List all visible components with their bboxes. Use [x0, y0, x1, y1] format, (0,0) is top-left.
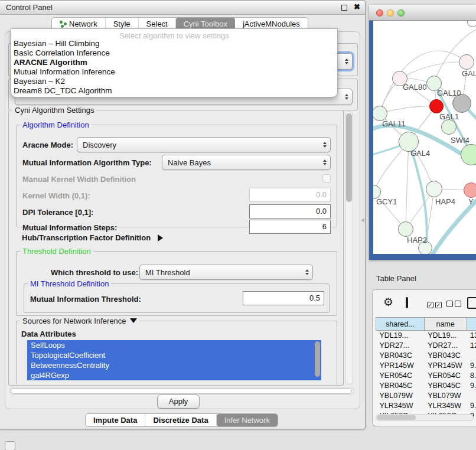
node-label: GAL	[462, 69, 476, 78]
cyni-settings-title: Cyni Algorithm Settings	[12, 106, 96, 115]
control-panel-title: Control Panel	[6, 1, 53, 15]
node-gal1[interactable]	[441, 119, 457, 135]
mi-threshold-label: Mutual Information Threshold:	[30, 295, 141, 304]
combo-arrows-icon	[323, 159, 327, 165]
sources-title-text: Sources for Network Inference	[22, 317, 126, 325]
node-gal-top[interactable]	[459, 54, 474, 70]
tab-impute-data[interactable]: Impute Data	[86, 414, 145, 426]
node-hap4[interactable]	[426, 181, 442, 197]
mi-steps-label: Mutual Information Steps:	[22, 223, 117, 232]
close-panel-icon[interactable]: ✖	[354, 2, 360, 11]
node-label: GAL10	[437, 89, 461, 97]
combo-arrows-icon	[345, 58, 348, 64]
algorithm-definition-groupbox: Algorithm Definition Aracne Mode: Discov…	[16, 125, 337, 227]
dpi-tolerance-label: DPI Tolerance [0,1]:	[22, 208, 93, 217]
column-visibility-icon[interactable]	[406, 297, 408, 308]
node-label: HAP4	[435, 197, 455, 206]
select-all-checkboxes-icon[interactable]: ✓✓	[427, 300, 444, 309]
export-table-icon[interactable]	[467, 297, 476, 309]
table-row[interactable]: YBR045CYBR045C9.	[376, 381, 476, 391]
attribute-item-topological[interactable]: TopologicalCoefficient	[27, 350, 321, 360]
dpi-tolerance-input[interactable]: 0.0	[249, 204, 331, 219]
apply-button[interactable]: Apply	[157, 394, 200, 409]
algorithm-option-basic-correlation[interactable]: Basic Correlation Inference	[11, 48, 337, 58]
settings-vertical-scrollbar-thumb[interactable]	[346, 113, 352, 202]
cyni-algorithm-settings-groupbox: Cyni Algorithm Settings Algorithm Defini…	[8, 110, 344, 386]
algorithm-option-bayesian-k2[interactable]: Bayesian – K2	[11, 77, 337, 86]
manual-kernel-width-checkbox[interactable]	[322, 174, 331, 182]
table-horizontal-scrollbar-thumb[interactable]	[377, 415, 416, 420]
table-horizontal-scrollbar[interactable]	[376, 414, 474, 421]
table-row[interactable]: YLR345WYLR345W9.	[376, 401, 476, 411]
combo-arrows-icon	[305, 269, 309, 275]
node-red[interactable]	[429, 99, 444, 113]
node-label: GAL80	[403, 83, 426, 92]
algorithm-option-bayesian-hill[interactable]: Bayesian – Hill Climbing	[11, 39, 337, 48]
table-row[interactable]: YDL19...YDL19...13	[376, 331, 476, 341]
hub-definition-expander[interactable]: Hub/Transcription Factor Definition	[22, 233, 163, 242]
mi-algorithm-type-label: Mutual Information Algorithm Type:	[22, 158, 152, 167]
collapse-arrow-icon[interactable]	[130, 318, 137, 323]
node-label: GAL11	[382, 119, 406, 128]
node-salmon[interactable]	[464, 182, 476, 198]
node-hap2[interactable]	[398, 221, 413, 237]
table-row[interactable]: YBR043CYBR043C	[376, 351, 476, 361]
table-row[interactable]: YDR27...YDR27...12	[376, 341, 476, 351]
close-window-icon[interactable]	[376, 9, 383, 17]
mi-threshold-definition-groupbox: MI Threshold Definition Mutual Informati…	[24, 283, 330, 313]
data-attributes-label: Data Attributes	[21, 330, 76, 338]
attribute-item-gal4rgexp[interactable]: gal4RGexp	[27, 370, 321, 380]
mi-threshold-definition-title: MI Threshold Definition	[28, 279, 111, 288]
minimized-panel-icon[interactable]	[5, 441, 15, 450]
manual-kernel-width-label: Manual Kernel Width Definition	[22, 175, 136, 184]
table-row[interactable]: YBL079WYBL079W	[376, 391, 476, 401]
node-label: GCY1	[376, 197, 397, 206]
attribute-item-selfloops[interactable]: SelfLoops	[27, 340, 321, 350]
float-panel-icon[interactable]	[341, 5, 347, 11]
table-row[interactable]: YER054CYER054C8.	[376, 371, 476, 381]
table-panel-title: Table Panel	[376, 274, 416, 283]
algorithm-option-dream8[interactable]: Dream8 DC_TDC Algorithm	[11, 86, 337, 96]
algorithm-option-aracne[interactable]: ARACNE Algorithm	[11, 58, 337, 67]
splitter-collapse-icon[interactable]	[361, 218, 364, 223]
table-settings-gear-icon[interactable]: ⚙	[383, 295, 393, 309]
table-row[interactable]: YPR145WYPR145W9.	[376, 361, 476, 371]
attribute-item-betweenness[interactable]: BetweennessCentrality	[27, 360, 321, 370]
combo-arrows-icon	[345, 94, 348, 100]
which-threshold-value: MI Threshold	[145, 268, 190, 277]
data-attributes-list[interactable]: SelfLoops TopologicalCoefficient Between…	[27, 340, 321, 381]
column-header-name[interactable]: name	[424, 318, 467, 331]
attribute-list-scrollbar[interactable]	[315, 341, 320, 377]
network-canvas[interactable]: GAL GAL80 GAL10 GAL1 GAL11 SWI4 GAL4 GCY…	[373, 21, 476, 254]
deselect-all-checkboxes-icon[interactable]	[446, 300, 463, 309]
column-header-third[interactable]: A	[467, 318, 476, 331]
combo-arrows-icon	[323, 142, 327, 148]
aracne-mode-value: Discovery	[83, 141, 116, 149]
mi-steps-input[interactable]: 6	[249, 220, 331, 234]
algorithm-option-mutual-information[interactable]: Mutual Information Inference	[11, 67, 337, 77]
which-threshold-combobox[interactable]: MI Threshold	[139, 265, 313, 280]
settings-vertical-scrollbar[interactable]	[345, 111, 353, 384]
kernel-width-input[interactable]: 0.0	[249, 188, 331, 202]
tab-infer-network[interactable]: Infer Network	[217, 414, 278, 426]
expander-arrow-icon	[158, 234, 163, 242]
node-label: HAP2	[407, 236, 427, 244]
settings-horizontal-scrollbar-thumb[interactable]	[11, 388, 352, 394]
mi-algorithm-type-combobox[interactable]: Naive Bayes	[162, 155, 331, 170]
network-window-titlebar	[369, 5, 476, 21]
which-threshold-label: Which threshold to use:	[51, 268, 138, 277]
threshold-definition-groupbox: Threshold Definition Which threshold to …	[16, 251, 337, 316]
node-label: SWI4	[451, 136, 470, 145]
minimize-window-icon[interactable]	[387, 9, 394, 17]
threshold-definition-title: Threshold Definition	[20, 247, 93, 256]
kernel-width-label: Kernel Width (0,1):	[22, 191, 90, 200]
control-panel-window: Control Panel ✖ Network Style Select Cyn…	[0, 0, 366, 429]
zoom-window-icon[interactable]	[397, 9, 405, 17]
column-header-shared[interactable]: shared...	[376, 318, 425, 331]
settings-horizontal-scrollbar[interactable]	[9, 387, 354, 395]
node-label: Y	[468, 197, 474, 206]
aracne-mode-combobox[interactable]: Discovery	[77, 137, 331, 152]
mi-threshold-input[interactable]: 0.5	[243, 291, 324, 305]
algorithm-popup-placeholder: Select algorithm to view settings	[11, 29, 337, 39]
tab-discretize-data[interactable]: Discretize Data	[145, 414, 216, 426]
